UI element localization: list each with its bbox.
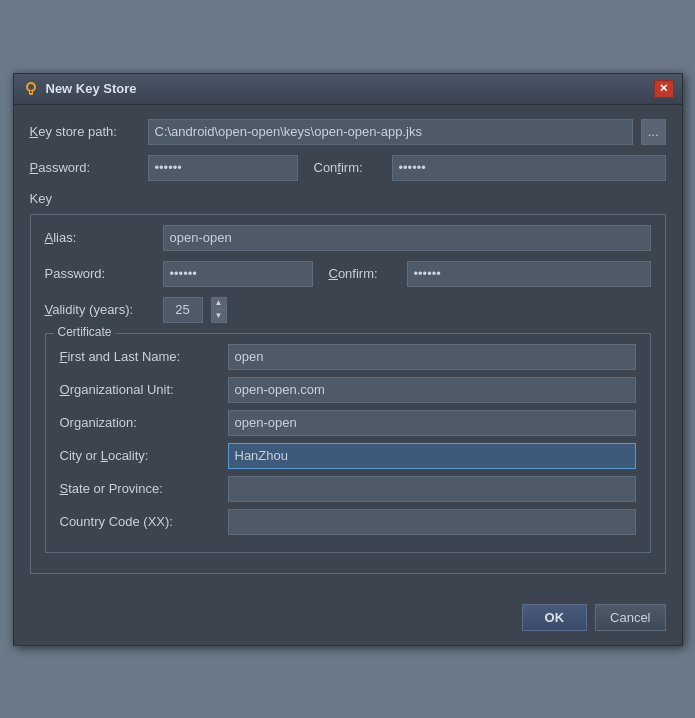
keystore-path-row: Key store path: ... [30,119,666,145]
key-section: Alias: Password: Confirm: Validity (year… [30,214,666,574]
svg-point-0 [27,83,35,91]
alias-row: Alias: [45,225,651,251]
keystore-password-row: Password: Confirm: [30,155,666,181]
key-confirm-input[interactable] [407,261,651,287]
key-section-label: Key [30,191,666,206]
alias-input[interactable] [163,225,651,251]
keystore-confirm-input[interactable] [392,155,666,181]
org-unit-row: Organizational Unit: [60,377,636,403]
keystore-password-input[interactable] [148,155,298,181]
svg-point-2 [30,91,32,93]
key-confirm-label: Confirm: [329,266,399,281]
country-row: Country Code (XX): [60,509,636,535]
close-button[interactable]: ✕ [654,80,674,98]
browse-button[interactable]: ... [641,119,666,145]
alias-label: Alias: [45,230,155,245]
city-row: City or Locality: [60,443,636,469]
country-input[interactable] [228,509,636,535]
dialog-body: Key store path: ... Password: Confirm: K… [14,105,682,598]
org-unit-label: Organizational Unit: [60,382,220,397]
validity-spinner: ▲ ▼ [211,297,227,323]
key-password-input[interactable] [163,261,313,287]
city-label: City or Locality: [60,448,220,463]
first-last-input[interactable] [228,344,636,370]
dialog-container: New Key Store ✕ Key store path: ... Pass… [13,73,683,646]
validity-input[interactable] [163,297,203,323]
keystore-icon [22,80,40,98]
key-password-row: Password: Confirm: [45,261,651,287]
first-last-label: First and Last Name: [60,349,220,364]
validity-row: Validity (years): ▲ ▼ [45,297,651,323]
first-last-row: First and Last Name: [60,344,636,370]
state-row: State or Province: [60,476,636,502]
org-unit-input[interactable] [228,377,636,403]
country-label: Country Code (XX): [60,514,220,529]
org-input[interactable] [228,410,636,436]
certificate-title: Certificate [54,325,116,339]
state-input[interactable] [228,476,636,502]
validity-label: Validity (years): [45,302,155,317]
org-row: Organization: [60,410,636,436]
key-password-label: Password: [45,266,155,281]
keystore-password-label: Password: [30,160,140,175]
title-bar: New Key Store ✕ [14,74,682,105]
keystore-path-input[interactable] [148,119,633,145]
state-label: State or Province: [60,481,220,496]
keystore-path-label: Key store path: [30,124,140,139]
title-bar-left: New Key Store [22,80,137,98]
validity-increment[interactable]: ▲ [211,297,227,310]
ok-button[interactable]: OK [522,604,588,631]
city-input[interactable] [228,443,636,469]
keystore-confirm-label: Confirm: [314,160,384,175]
certificate-section: Certificate First and Last Name: Organiz… [45,333,651,553]
validity-decrement[interactable]: ▼ [211,310,227,323]
cancel-button[interactable]: Cancel [595,604,665,631]
org-label: Organization: [60,415,220,430]
dialog-footer: OK Cancel [14,598,682,645]
dialog-title: New Key Store [46,81,137,96]
